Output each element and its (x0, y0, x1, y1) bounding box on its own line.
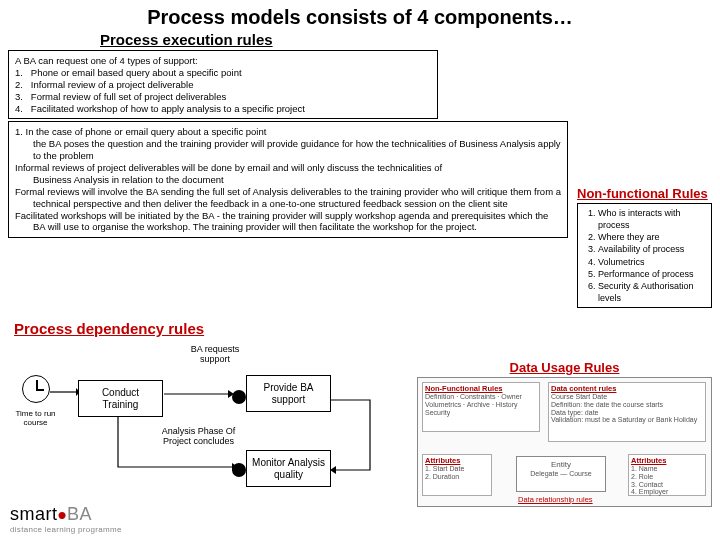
detail-p2a: Informal reviews of project deliverables… (15, 162, 561, 174)
data-usage-section: Data Usage Rules Non-Functional RulesDef… (417, 360, 712, 507)
monitor-quality-node: Monitor Analysis quality (246, 450, 331, 487)
page-title: Process models consists of 4 components… (0, 0, 720, 29)
du-attributes-right: Attributes1. Name2. Role3. Contact4. Emp… (628, 454, 706, 496)
connector-dot (232, 463, 246, 477)
detail-p3: Formal reviews will involve the BA sendi… (15, 186, 561, 210)
exec-item-2: 2. Informal review of a project delivera… (15, 79, 431, 91)
ba-requests-label: BA requests support (180, 345, 250, 365)
exec-heading: Process execution rules (100, 31, 720, 48)
dependency-diagram: Time to run course Conduct Training BA r… (8, 345, 408, 500)
nf-box: Who is interacts with process Where they… (577, 203, 712, 308)
exec-item-1: 1. Phone or email based query about a sp… (15, 67, 431, 79)
exec-intro-text: A BA can request one of 4 types of suppo… (15, 55, 431, 67)
nonfunctional-section: Non-functional Rules Who is interacts wi… (577, 186, 712, 308)
du-entity: EntityDelegate — Course (516, 456, 606, 492)
nf-item: Availability of process (598, 243, 707, 255)
exec-intro-box: A BA can request one of 4 types of suppo… (8, 50, 438, 119)
logo-text-2: BA (67, 504, 92, 524)
provide-support-node: Provide BA support (246, 375, 331, 412)
data-usage-panel: Non-Functional RulesDefinition · Constra… (417, 377, 712, 507)
svg-marker-5 (330, 466, 336, 474)
nf-item: Performance of process (598, 268, 707, 280)
logo-dot-icon: • (58, 500, 68, 530)
time-label: Time to run course (8, 410, 63, 428)
du-nonfunctional: Non-Functional RulesDefinition · Constra… (422, 382, 540, 432)
detail-p1a: 1. In the case of phone or email query a… (15, 126, 561, 138)
nf-item: Volumetrics (598, 256, 707, 268)
detail-p4: Facilitated workshops will be initiated … (15, 210, 561, 234)
connector-dot (232, 390, 246, 404)
detail-p1b: the BA poses the question and the traini… (15, 138, 561, 162)
data-usage-heading: Data Usage Rules (417, 360, 712, 375)
nf-item: Who is interacts with process (598, 207, 707, 231)
du-content-rules: Data content rulesCourse Start DateDefin… (548, 382, 706, 442)
du-relationship-label: Data relationship rules (518, 495, 593, 504)
exec-detail-box: 1. In the case of phone or email query a… (8, 121, 568, 238)
conduct-training-node: Conduct Training (78, 380, 163, 417)
nf-heading: Non-functional Rules (577, 186, 712, 201)
exec-item-4: 4. Facilitated workshop of how to apply … (15, 103, 431, 115)
clock-icon (22, 375, 50, 403)
exec-item-3: 3. Formal review of full set of project … (15, 91, 431, 103)
nf-item: Security & Authorisation levels (598, 280, 707, 304)
nf-item: Where they are (598, 231, 707, 243)
dep-heading: Process dependency rules (14, 320, 204, 337)
detail-p2b: Business Analysis in relation to the doc… (15, 174, 561, 186)
logo-text-1: smart (10, 504, 58, 524)
du-attributes-left: Attributes1. Start Date2. Duration (422, 454, 492, 496)
brand-logo: smart•BA distance learning programme (10, 504, 122, 534)
